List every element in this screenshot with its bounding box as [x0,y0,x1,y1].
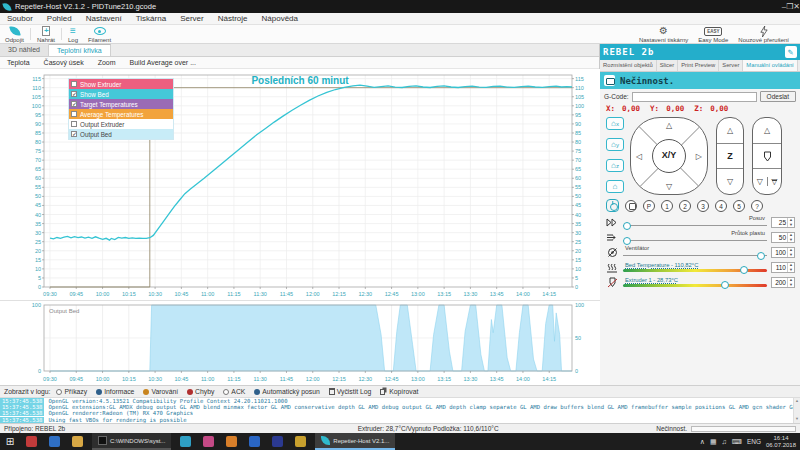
preset-button-3[interactable]: 3 [697,200,709,212]
jog-x-minus-icon[interactable]: ◁ [636,152,642,161]
bed-temp-slider-knob[interactable] [740,266,748,274]
app-n-dark-icon[interactable] [272,436,283,447]
toolbar-filament-eye-button[interactable]: Filament [83,25,116,43]
legend-item-0[interactable]: Show Extruder [69,79,173,89]
extrude-up-icon[interactable]: △ [753,118,781,143]
home-z-button[interactable]: ⌂z [606,159,624,172]
extrude-down-icon[interactable]: ▽ [753,177,767,186]
view-tab-0[interactable]: 3D náhled [0,44,49,56]
app-pink-icon[interactable] [203,436,214,447]
bed-temp-slider[interactable]: Bed Temperature - 110,82°C [623,261,767,274]
taskbar-clock[interactable]: 16:1406.07.2018 [766,435,796,449]
chart-menu-item-0[interactable]: Teplota [0,59,37,66]
jog-y-minus-icon[interactable]: ▽ [666,182,672,191]
app-shield-icon[interactable] [26,436,37,447]
legend-item-2[interactable]: ✓Target Temperatures [69,99,173,109]
tray-icon-3[interactable]: ⌨ [732,438,742,446]
menu-item-2[interactable]: Nastavení [79,14,129,23]
log-filter-1[interactable]: Informace [93,388,137,395]
preset-button-2[interactable]: 2 [679,200,691,212]
jog-z-plus-icon[interactable]: △ [717,118,743,143]
preset-button-P[interactable]: P [643,200,655,212]
control-tab-3[interactable]: Server [719,60,743,71]
log-scrollbar[interactable]: ▲ ▼ [793,398,800,423]
z-jog-pad[interactable]: △ Z ▽ [716,117,744,195]
taskbar-cmd-window[interactable]: C:\WINDOWS\syst... [92,433,171,450]
spin-down-icon[interactable]: ▼ [788,268,794,273]
tray-icon-2[interactable]: ♫ [722,438,727,445]
preset-button-1[interactable]: 1 [661,200,673,212]
bed-temp-spinbox[interactable]: 110▲▼ [771,262,795,273]
legend-checkbox[interactable] [71,121,77,127]
app-bars-icon[interactable] [226,436,237,447]
fan-slider-knob[interactable] [757,252,765,260]
toolbar-load-file-button[interactable]: Nahrát [32,25,60,43]
app-teal-circle-icon[interactable] [180,436,191,447]
log-filter-7[interactable]: Kopírovat [377,388,421,395]
preset-button-?[interactable]: ? [751,200,763,212]
app-blue-arrow-icon[interactable] [249,436,260,447]
flowrate-slider-knob[interactable] [623,237,631,245]
bed-temp-label[interactable]: Bed Temperature - 110,82°C [625,262,698,268]
extruder-jog-pad[interactable]: △ ▽ ▽ [752,117,782,195]
feedrate-slider[interactable]: Posuv [623,216,767,229]
chart-menu-item-3[interactable]: Build Average over ... [123,59,203,66]
extruder-temp-spinbox[interactable]: 200▲▼ [771,277,795,288]
power-button[interactable] [606,199,619,212]
control-tab-1[interactable]: Slicer [657,60,679,71]
control-tab-4[interactable]: Manuální ovládání [743,60,797,71]
fan-spinbox[interactable]: 100▲▼ [771,247,795,258]
motors-off-button[interactable] [625,200,637,212]
log-filter-6[interactable]: Vyčistit Log [326,388,375,395]
app-browser-icon[interactable] [295,436,306,447]
toolbar-log-list-button[interactable]: ≡Log [63,25,83,43]
spin-down-icon[interactable]: ▼ [788,238,794,243]
log-filter-5[interactable]: Automatický posun [251,388,322,395]
close-button[interactable]: ✕ [793,2,800,11]
fan-slider[interactable]: Ventilátor [623,246,767,259]
legend-item-4[interactable]: Output Extruder [69,119,173,129]
feedrate-spinbox[interactable]: 25▲▼ [771,217,795,228]
home-all-button[interactable]: ⌂ [606,180,624,193]
control-tab-0[interactable]: Rozmístění objektů [600,60,657,71]
taskbar-repetier-window[interactable]: Repetier-Host V2.1... [315,433,395,450]
view-tab-1[interactable]: Teplotní křivka [49,44,111,56]
legend-checkbox[interactable]: ✓ [71,101,77,107]
extruder-temp-slider[interactable]: Extruder 1 - 28,73°C [623,276,767,289]
preset-button-5[interactable]: 5 [733,200,745,212]
spin-down-icon[interactable]: ▼ [788,283,794,288]
app-globe-icon[interactable] [49,436,60,447]
app-folder-icon[interactable] [72,436,83,447]
scroll-down-icon[interactable]: ▼ [794,416,800,421]
chart-menu-item-2[interactable]: Zoom [91,59,123,66]
legend-checkbox[interactable]: ✓ [71,91,77,97]
tray-icon-1[interactable]: ▦ [710,438,717,446]
extruder-temp-label[interactable]: Extruder 1 - 28,73°C [625,277,678,283]
jog-z-minus-icon[interactable]: ▽ [717,169,743,194]
menu-item-6[interactable]: Nápověda [255,14,305,23]
menu-item-5[interactable]: Nástroje [211,14,255,23]
start-button[interactable]: ⊞ [0,436,20,447]
toolbar-emergency-stop-button[interactable]: Nouzové přerušení [733,25,794,43]
feedrate-slider-knob[interactable] [623,222,631,230]
log-filter-0[interactable]: Příkazy [53,388,90,395]
toolbar-easy-mode-button[interactable]: EASYEasy Mode [693,25,733,43]
log-filter-3[interactable]: Chyby [184,388,217,395]
legend-item-1[interactable]: ✓Show Bed [69,89,173,99]
preset-button-4[interactable]: 4 [715,200,727,212]
toolbar-gear-button[interactable]: ⚙Nastavení tiskárny [634,25,693,43]
extruder-temp-slider-knob[interactable] [721,281,729,289]
legend-checkbox[interactable]: ✓ [71,131,77,137]
send-gcode-button[interactable]: Odeslat [760,91,796,102]
edit-printer-button[interactable]: ✎ [785,46,797,58]
menu-item-4[interactable]: Server [173,14,211,23]
legend-item-5[interactable]: ✓Output Bed [69,129,173,139]
language-indicator[interactable]: ENG [747,438,761,445]
gcode-input[interactable] [632,92,757,102]
tray-icon-0[interactable]: ∧ [700,438,705,446]
legend-checkbox[interactable] [71,111,77,117]
spin-down-icon[interactable]: ▼ [788,223,794,228]
flowrate-spinbox[interactable]: 50▲▼ [771,232,795,243]
menu-item-3[interactable]: Tiskárna [129,14,173,23]
flowrate-slider[interactable]: Průtok plastu [623,231,767,244]
